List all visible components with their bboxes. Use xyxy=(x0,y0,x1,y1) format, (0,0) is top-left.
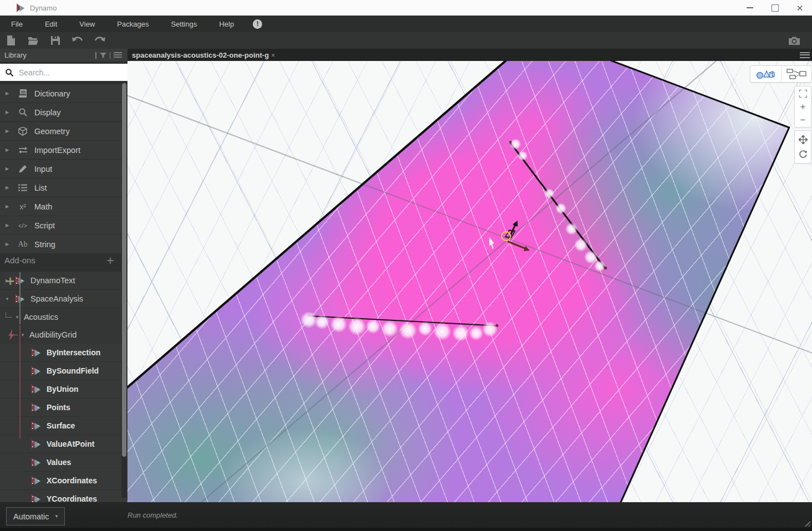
tab-close-icon[interactable]: × xyxy=(271,51,275,59)
library-category-dictionary[interactable]: ▶ Dictionary xyxy=(0,84,127,103)
group-label: Acoustics xyxy=(24,313,58,321)
node-values[interactable]: Values xyxy=(0,453,127,472)
maximize-button[interactable] xyxy=(765,0,784,16)
zoom-in-button[interactable]: + xyxy=(795,101,811,113)
menu-edit[interactable]: Edit xyxy=(34,16,68,32)
notifications-icon[interactable]: ! xyxy=(253,19,262,29)
search-icon xyxy=(6,69,13,76)
pan-orbit-controls xyxy=(794,130,811,164)
category-label: ImportExport xyxy=(34,146,80,155)
input-icon xyxy=(14,165,31,173)
category-label: Dictionary xyxy=(34,89,70,98)
pan-button[interactable] xyxy=(795,134,811,146)
addons-header: Add-ons + xyxy=(0,251,127,270)
minimize-button[interactable] xyxy=(740,0,759,16)
node-ycoordinates[interactable]: YCoordinates xyxy=(0,490,127,502)
library-category-math[interactable]: ▶ x² Math xyxy=(0,197,127,216)
tab-bar: spaceanalysis-acoustics-02-one-point-g × xyxy=(127,49,812,61)
create-category-icon: + xyxy=(6,274,14,288)
category-label: List xyxy=(34,183,47,192)
library-category-importexport[interactable]: ▶ ImportExport xyxy=(0,141,127,160)
chevron-right-icon[interactable]: ▶ xyxy=(0,242,14,247)
search-input[interactable] xyxy=(18,68,114,78)
category-label: Input xyxy=(34,165,52,173)
library-scrollbar-thumb[interactable] xyxy=(122,83,126,457)
chevron-right-icon[interactable]: ▶ xyxy=(0,185,14,190)
menu-bar: File Edit View Packages Settings Help ! xyxy=(0,16,812,32)
node-icon xyxy=(30,366,41,376)
geometry-icon xyxy=(14,127,31,136)
new-file-button[interactable] xyxy=(0,32,22,49)
library-category-display[interactable]: ▶ Display xyxy=(0,103,127,122)
filter-icon[interactable] xyxy=(100,52,106,59)
chevron-right-icon[interactable]: ▶ xyxy=(0,147,14,152)
node-label: XCoordinates xyxy=(47,476,97,485)
importexport-icon xyxy=(14,146,31,154)
node-xcoordinates[interactable]: XCoordinates xyxy=(0,472,127,490)
redo-icon xyxy=(94,36,105,45)
chevron-down-icon[interactable]: ▼ xyxy=(15,315,19,320)
menu-help[interactable]: Help xyxy=(208,16,245,32)
menu-settings[interactable]: Settings xyxy=(160,16,208,32)
undo-icon xyxy=(72,36,83,45)
chevron-right-icon[interactable]: ▶ xyxy=(0,91,14,96)
run-mode-dropdown[interactable]: Automatic ▼ xyxy=(6,507,65,525)
library-search[interactable] xyxy=(0,64,127,81)
sample-point xyxy=(330,316,347,333)
zoom-out-button[interactable]: − xyxy=(795,114,811,126)
sample-point xyxy=(544,188,554,198)
sample-point xyxy=(482,321,498,337)
geometry-view-button[interactable] xyxy=(750,66,782,82)
library-layout-icon[interactable] xyxy=(114,52,122,59)
undo-button[interactable] xyxy=(67,32,89,49)
library-category-list[interactable]: ▶ List xyxy=(0,178,127,197)
category-label: Display xyxy=(34,108,61,117)
geometry-viewport[interactable]: + − xyxy=(127,61,812,502)
export-image-button[interactable] xyxy=(783,32,805,49)
library-category-input[interactable]: ▶ Input xyxy=(0,160,127,178)
chevron-right-icon[interactable]: ▶ xyxy=(0,166,14,171)
graph-view-button[interactable] xyxy=(782,66,812,82)
category-label: Math xyxy=(34,202,52,211)
library-header: Library xyxy=(0,49,127,62)
graph-view-icon xyxy=(787,69,806,80)
close-button[interactable]: ✕ xyxy=(790,0,809,16)
chevron-right-icon[interactable]: ▶ xyxy=(0,110,14,115)
surface-grid xyxy=(127,61,812,502)
workspace-menu-icon[interactable] xyxy=(800,50,810,59)
orbit-icon xyxy=(799,150,808,159)
redo-button[interactable] xyxy=(89,32,111,49)
chevron-right-icon[interactable]: ▶ xyxy=(0,129,14,134)
library-category-geometry[interactable]: ▶ Geometry xyxy=(0,122,127,141)
menu-view[interactable]: View xyxy=(68,16,106,32)
geometry-view-icon xyxy=(756,69,775,79)
resize-grip[interactable] xyxy=(804,520,810,527)
sample-point xyxy=(366,319,380,334)
list-icon xyxy=(14,184,31,191)
menu-packages[interactable]: Packages xyxy=(106,16,160,32)
menu-file[interactable]: File xyxy=(0,16,34,32)
gizmo-origin-ring[interactable] xyxy=(501,231,511,241)
add-package-button[interactable]: + xyxy=(106,254,114,267)
node-icon xyxy=(30,457,41,468)
sample-point xyxy=(399,321,417,339)
chevron-down-icon[interactable]: ▼ xyxy=(0,297,14,302)
chevron-down-icon: ▼ xyxy=(54,514,59,519)
chevron-right-icon[interactable]: ▶ xyxy=(0,204,14,209)
library-category-script[interactable]: ▶ </> Script xyxy=(0,216,127,235)
chevron-down-icon[interactable]: ▼ xyxy=(21,333,25,338)
sample-point xyxy=(565,223,578,235)
node-label: ByIntersection xyxy=(47,348,100,357)
library-scrollbar-track[interactable] xyxy=(121,83,127,498)
category-label: Script xyxy=(34,221,55,230)
open-file-button[interactable] xyxy=(22,32,44,49)
category-label: String xyxy=(34,240,55,249)
camera-icon xyxy=(789,37,800,45)
orbit-button[interactable] xyxy=(795,148,811,160)
save-button[interactable] xyxy=(44,32,67,49)
sample-point xyxy=(469,326,483,340)
tab-spaceanalysis[interactable]: spaceanalysis-acoustics-02-one-point-g × xyxy=(127,49,279,61)
chevron-right-icon[interactable]: ▶ xyxy=(0,223,14,228)
fit-view-button[interactable] xyxy=(795,88,811,100)
sample-point xyxy=(381,320,398,337)
